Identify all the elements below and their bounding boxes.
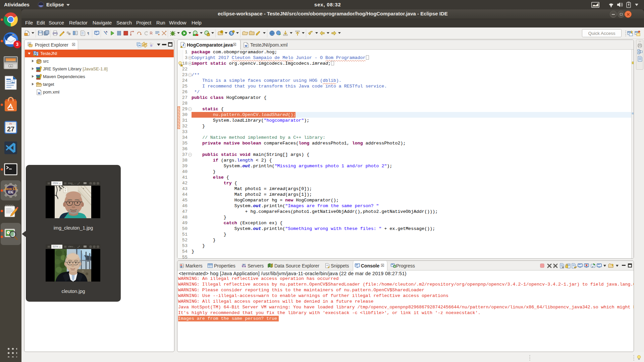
svg-text:!: ! — [181, 46, 182, 48]
svg-text:!: ! — [34, 54, 35, 56]
svg-text:Java EE: Java EE — [4, 187, 17, 191]
svg-text:Fr: Fr — [9, 122, 12, 125]
svg-text:S: S — [230, 32, 233, 35]
svg-text:¶: ¶ — [87, 31, 89, 35]
svg-text:M: M — [245, 44, 247, 48]
svg-text:M: M — [38, 92, 40, 95]
svg-text:M: M — [34, 51, 36, 54]
svg-text:J: J — [182, 43, 184, 47]
svg-text:27: 27 — [7, 125, 14, 133]
svg-text:IDE: IDE — [8, 190, 14, 194]
